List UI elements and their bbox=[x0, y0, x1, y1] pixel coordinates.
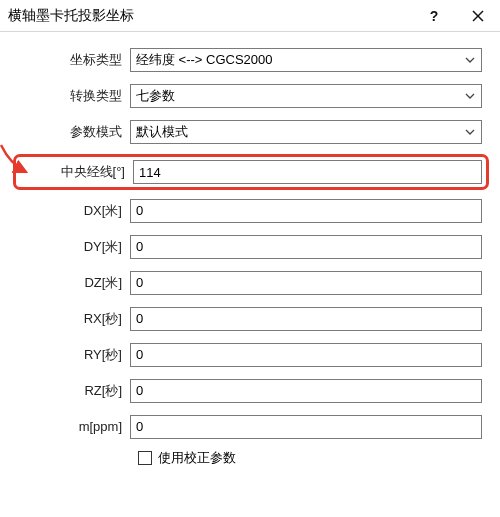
field-trans-type: 七参数 bbox=[130, 84, 482, 108]
field-central-meridian bbox=[133, 160, 482, 184]
m-input[interactable] bbox=[130, 415, 482, 439]
row-rz: RZ[秒] bbox=[18, 377, 482, 404]
param-mode-select[interactable]: 默认模式 bbox=[130, 120, 482, 144]
field-param-mode: 默认模式 bbox=[130, 120, 482, 144]
chevron-down-icon bbox=[465, 93, 475, 99]
label-ry: RY[秒] bbox=[18, 346, 130, 364]
chevron-down-icon bbox=[465, 129, 475, 135]
dy-input[interactable] bbox=[130, 235, 482, 259]
row-dz: DZ[米] bbox=[18, 269, 482, 296]
window-title: 横轴墨卡托投影坐标 bbox=[0, 7, 412, 25]
row-ry: RY[秒] bbox=[18, 341, 482, 368]
rz-input[interactable] bbox=[130, 379, 482, 403]
label-dx: DX[米] bbox=[18, 202, 130, 220]
form-content: 坐标类型 经纬度 <--> CGCS2000 转换类型 七参数 参数模式 bbox=[0, 32, 500, 467]
help-button[interactable]: ? bbox=[412, 0, 456, 32]
dx-input[interactable] bbox=[130, 199, 482, 223]
label-central-meridian: 中央经线[°] bbox=[18, 163, 133, 181]
label-rx: RX[秒] bbox=[18, 310, 130, 328]
label-dy: DY[米] bbox=[18, 238, 130, 256]
close-button[interactable] bbox=[456, 0, 500, 32]
chevron-down-icon bbox=[465, 57, 475, 63]
central-meridian-input[interactable] bbox=[133, 160, 482, 184]
rx-input[interactable] bbox=[130, 307, 482, 331]
row-use-correction: 使用校正参数 bbox=[138, 449, 482, 467]
row-dy: DY[米] bbox=[18, 233, 482, 260]
trans-type-select[interactable]: 七参数 bbox=[130, 84, 482, 108]
row-coord-type: 坐标类型 经纬度 <--> CGCS2000 bbox=[18, 46, 482, 73]
label-dz: DZ[米] bbox=[18, 274, 130, 292]
label-param-mode: 参数模式 bbox=[18, 123, 130, 141]
ry-input[interactable] bbox=[130, 343, 482, 367]
param-mode-value: 默认模式 bbox=[136, 123, 188, 141]
label-trans-type: 转换类型 bbox=[18, 87, 130, 105]
titlebar: 横轴墨卡托投影坐标 ? bbox=[0, 0, 500, 32]
label-m: m[ppm] bbox=[18, 419, 130, 434]
label-rz: RZ[秒] bbox=[18, 382, 130, 400]
use-correction-checkbox[interactable] bbox=[138, 451, 152, 465]
row-param-mode: 参数模式 默认模式 bbox=[18, 118, 482, 145]
label-coord-type: 坐标类型 bbox=[18, 51, 130, 69]
close-icon bbox=[472, 10, 484, 22]
dialog-window: 横轴墨卡托投影坐标 ? 坐标类型 经纬度 <--> CGCS2000 转换 bbox=[0, 0, 500, 517]
field-coord-type: 经纬度 <--> CGCS2000 bbox=[130, 48, 482, 72]
dz-input[interactable] bbox=[130, 271, 482, 295]
row-trans-type: 转换类型 七参数 bbox=[18, 82, 482, 109]
coord-type-select[interactable]: 经纬度 <--> CGCS2000 bbox=[130, 48, 482, 72]
coord-type-value: 经纬度 <--> CGCS2000 bbox=[136, 51, 273, 69]
row-central-meridian: 中央经线[°] bbox=[13, 154, 489, 190]
trans-type-value: 七参数 bbox=[136, 87, 175, 105]
row-rx: RX[秒] bbox=[18, 305, 482, 332]
row-m: m[ppm] bbox=[18, 413, 482, 440]
row-dx: DX[米] bbox=[18, 197, 482, 224]
use-correction-label: 使用校正参数 bbox=[158, 449, 236, 467]
